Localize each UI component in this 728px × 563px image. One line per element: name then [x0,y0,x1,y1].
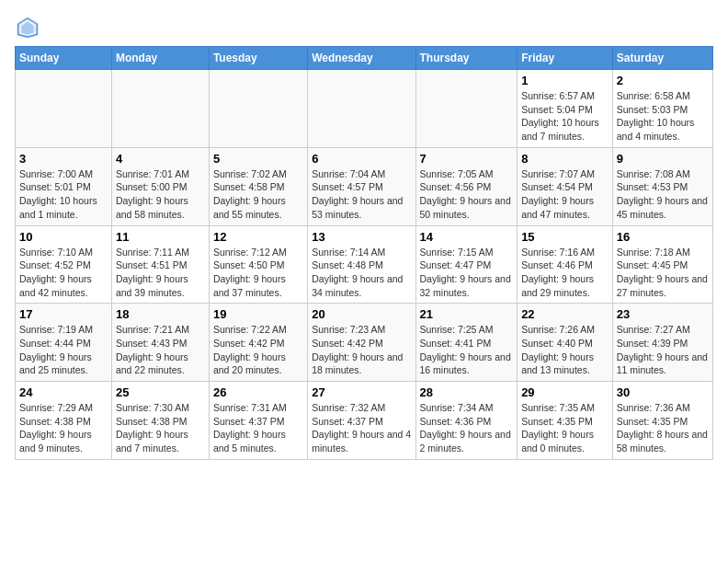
day-info: Sunrise: 7:36 AMSunset: 4:35 PMDaylight:… [617,401,709,455]
day-info: Sunrise: 7:32 AMSunset: 4:37 PMDaylight:… [312,401,411,455]
day-number: 30 [617,385,709,399]
day-info: Sunrise: 7:11 AMSunset: 4:51 PMDaylight:… [116,246,205,300]
calendar-cell: 3Sunrise: 7:00 AMSunset: 5:01 PMDaylight… [16,147,112,225]
calendar-cell: 6Sunrise: 7:04 AMSunset: 4:57 PMDaylight… [308,147,415,225]
day-info: Sunrise: 7:34 AMSunset: 4:36 PMDaylight:… [420,401,514,455]
day-number: 18 [116,307,205,321]
day-number: 4 [116,152,205,166]
day-number: 13 [312,230,411,244]
calendar-cell [209,70,307,148]
column-header-sunday: Sunday [16,47,112,70]
calendar-cell: 17Sunrise: 7:19 AMSunset: 4:44 PMDayligh… [16,304,112,382]
day-info: Sunrise: 7:31 AMSunset: 4:37 PMDaylight:… [213,401,303,455]
calendar-cell: 11Sunrise: 7:11 AMSunset: 4:51 PMDayligh… [111,225,209,304]
day-number: 3 [19,152,108,166]
column-header-saturday: Saturday [612,47,712,70]
calendar-cell: 10Sunrise: 7:10 AMSunset: 4:52 PMDayligh… [16,225,112,304]
day-info: Sunrise: 7:02 AMSunset: 4:58 PMDaylight:… [213,167,303,222]
calendar-cell: 24Sunrise: 7:29 AMSunset: 4:38 PMDayligh… [16,382,112,460]
day-info: Sunrise: 7:23 AMSunset: 4:42 PMDaylight:… [312,323,411,377]
calendar-cell: 18Sunrise: 7:21 AMSunset: 4:43 PMDayligh… [111,304,209,382]
day-info: Sunrise: 7:07 AMSunset: 4:54 PMDaylight:… [521,167,609,222]
day-number: 15 [521,230,609,244]
day-number: 11 [116,230,205,244]
day-number: 22 [521,307,609,321]
day-info: Sunrise: 7:12 AMSunset: 4:50 PMDaylight:… [213,246,303,300]
calendar-cell: 23Sunrise: 7:27 AMSunset: 4:39 PMDayligh… [612,304,712,382]
calendar-cell: 19Sunrise: 7:22 AMSunset: 4:42 PMDayligh… [209,304,307,382]
day-number: 19 [213,307,303,321]
calendar-cell: 30Sunrise: 7:36 AMSunset: 4:35 PMDayligh… [612,382,712,460]
calendar-cell: 25Sunrise: 7:30 AMSunset: 4:38 PMDayligh… [111,382,209,460]
day-info: Sunrise: 7:25 AMSunset: 4:41 PMDaylight:… [420,323,514,377]
calendar-cell: 27Sunrise: 7:32 AMSunset: 4:37 PMDayligh… [308,382,415,460]
day-info: Sunrise: 7:19 AMSunset: 4:44 PMDaylight:… [19,323,108,377]
calendar-cell: 13Sunrise: 7:14 AMSunset: 4:48 PMDayligh… [308,225,415,304]
day-info: Sunrise: 6:57 AMSunset: 5:04 PMDaylight:… [521,89,609,144]
day-info: Sunrise: 7:35 AMSunset: 4:35 PMDaylight:… [521,401,609,455]
day-number: 6 [312,152,411,166]
day-info: Sunrise: 7:14 AMSunset: 4:48 PMDaylight:… [312,246,411,300]
day-info: Sunrise: 7:30 AMSunset: 4:38 PMDaylight:… [116,401,205,455]
calendar-cell: 28Sunrise: 7:34 AMSunset: 4:36 PMDayligh… [415,382,518,460]
day-info: Sunrise: 7:00 AMSunset: 5:01 PMDaylight:… [19,167,108,222]
calendar-cell: 4Sunrise: 7:01 AMSunset: 5:00 PMDaylight… [111,147,209,225]
day-number: 12 [213,230,303,244]
day-number: 28 [420,385,514,399]
day-number: 8 [521,152,609,166]
calendar-cell: 12Sunrise: 7:12 AMSunset: 4:50 PMDayligh… [209,225,307,304]
calendar-cell: 15Sunrise: 7:16 AMSunset: 4:46 PMDayligh… [518,225,613,304]
calendar-cell: 14Sunrise: 7:15 AMSunset: 4:47 PMDayligh… [415,225,518,304]
day-info: Sunrise: 7:15 AMSunset: 4:47 PMDaylight:… [420,246,514,300]
day-info: Sunrise: 6:58 AMSunset: 5:03 PMDaylight:… [617,89,709,144]
column-header-wednesday: Wednesday [308,47,415,70]
day-number: 20 [312,307,411,321]
day-number: 27 [312,385,411,399]
calendar-cell: 7Sunrise: 7:05 AMSunset: 4:56 PMDaylight… [415,147,518,225]
day-number: 9 [617,152,709,166]
calendar-cell: 21Sunrise: 7:25 AMSunset: 4:41 PMDayligh… [415,304,518,382]
day-number: 5 [213,152,303,166]
day-number: 21 [420,307,514,321]
day-info: Sunrise: 7:22 AMSunset: 4:42 PMDaylight:… [213,323,303,377]
day-number: 17 [19,307,108,321]
day-number: 7 [420,152,514,166]
day-number: 10 [19,230,108,244]
day-info: Sunrise: 7:26 AMSunset: 4:40 PMDaylight:… [521,323,609,377]
day-number: 25 [116,385,205,399]
day-info: Sunrise: 7:05 AMSunset: 4:56 PMDaylight:… [420,167,514,222]
day-number: 29 [521,385,609,399]
calendar-cell: 1Sunrise: 6:57 AMSunset: 5:04 PMDaylight… [518,70,613,148]
day-number: 2 [617,74,709,87]
calendar-cell: 5Sunrise: 7:02 AMSunset: 4:58 PMDaylight… [209,147,307,225]
calendar-cell [415,70,518,148]
column-header-thursday: Thursday [415,47,518,70]
logo [15,15,42,40]
day-info: Sunrise: 7:16 AMSunset: 4:46 PMDaylight:… [521,246,609,300]
column-header-monday: Monday [111,47,209,70]
calendar-cell: 29Sunrise: 7:35 AMSunset: 4:35 PMDayligh… [518,382,613,460]
day-info: Sunrise: 7:21 AMSunset: 4:43 PMDaylight:… [116,323,205,377]
calendar-cell: 16Sunrise: 7:18 AMSunset: 4:45 PMDayligh… [612,225,712,304]
calendar-cell: 2Sunrise: 6:58 AMSunset: 5:03 PMDaylight… [612,70,712,148]
day-info: Sunrise: 7:04 AMSunset: 4:57 PMDaylight:… [312,167,411,222]
calendar-cell [111,70,209,148]
day-info: Sunrise: 7:18 AMSunset: 4:45 PMDaylight:… [617,246,709,300]
day-info: Sunrise: 7:29 AMSunset: 4:38 PMDaylight:… [19,401,108,455]
day-number: 24 [19,385,108,399]
calendar-cell: 20Sunrise: 7:23 AMSunset: 4:42 PMDayligh… [308,304,415,382]
calendar-cell [16,70,112,148]
day-number: 23 [617,307,709,321]
day-number: 14 [420,230,514,244]
day-info: Sunrise: 7:01 AMSunset: 5:00 PMDaylight:… [116,167,205,222]
calendar-cell: 22Sunrise: 7:26 AMSunset: 4:40 PMDayligh… [518,304,613,382]
column-header-tuesday: Tuesday [209,47,307,70]
calendar-cell: 8Sunrise: 7:07 AMSunset: 4:54 PMDaylight… [518,147,613,225]
calendar-cell: 26Sunrise: 7:31 AMSunset: 4:37 PMDayligh… [209,382,307,460]
day-number: 26 [213,385,303,399]
day-number: 1 [521,74,609,87]
column-header-friday: Friday [518,47,613,70]
day-info: Sunrise: 7:10 AMSunset: 4:52 PMDaylight:… [19,246,108,300]
day-number: 16 [617,230,709,244]
day-info: Sunrise: 7:08 AMSunset: 4:53 PMDaylight:… [617,167,709,222]
